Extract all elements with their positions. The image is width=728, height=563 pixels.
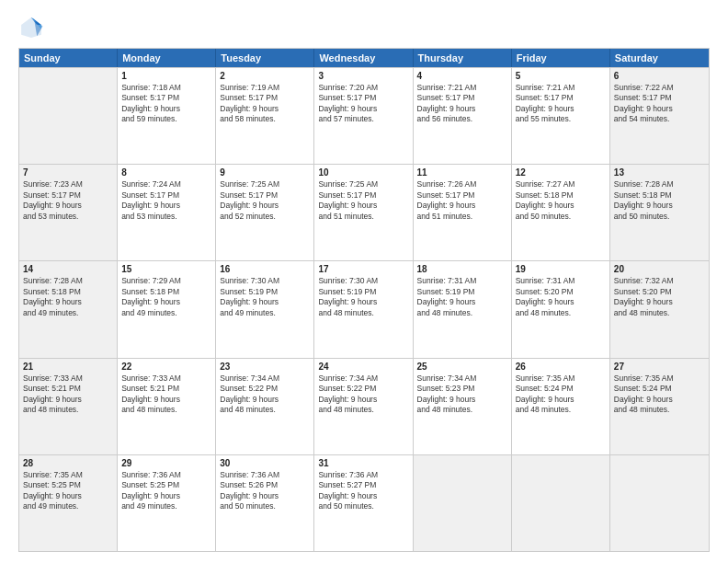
cell-line: Daylight: 9 hours	[417, 104, 507, 114]
cell-line: and 56 minutes.	[417, 114, 507, 124]
cal-header-cell-monday: Monday	[118, 49, 216, 67]
cell-line: and 57 minutes.	[318, 114, 408, 124]
cal-cell-day-26: 26Sunrise: 7:35 AMSunset: 5:24 PMDayligh…	[512, 359, 610, 454]
cell-line: Sunset: 5:26 PM	[220, 480, 310, 490]
cell-line: Daylight: 9 hours	[614, 201, 705, 211]
cell-line: Daylight: 9 hours	[417, 395, 507, 405]
cal-cell-day-4: 4Sunrise: 7:21 AMSunset: 5:17 PMDaylight…	[414, 68, 512, 164]
logo	[18, 15, 48, 40]
day-number: 15	[121, 264, 211, 274]
cal-cell-day-10: 10Sunrise: 7:25 AMSunset: 5:17 PMDayligh…	[314, 165, 413, 260]
cal-header-cell-sunday: Sunday	[19, 49, 118, 67]
cell-line: Sunset: 5:24 PM	[614, 384, 705, 394]
cell-line: Daylight: 9 hours	[220, 491, 310, 501]
cal-cell-day-30: 30Sunrise: 7:36 AMSunset: 5:26 PMDayligh…	[216, 455, 314, 551]
day-number: 8	[121, 167, 211, 178]
cell-line: Daylight: 9 hours	[121, 201, 211, 211]
cal-cell-empty	[610, 455, 709, 551]
cell-line: Sunset: 5:17 PM	[23, 190, 113, 201]
cell-line: Sunset: 5:17 PM	[220, 190, 310, 201]
day-number: 29	[121, 458, 211, 468]
cell-line: Sunset: 5:20 PM	[516, 287, 606, 297]
cell-line: Daylight: 9 hours	[516, 201, 606, 211]
cell-line: Sunset: 5:18 PM	[516, 190, 606, 201]
cell-line: and 48 minutes.	[417, 405, 507, 415]
day-number: 22	[121, 362, 211, 372]
cal-cell-empty	[512, 455, 610, 551]
cell-line: Sunrise: 7:30 AM	[318, 276, 408, 286]
cal-cell-day-29: 29Sunrise: 7:36 AMSunset: 5:25 PMDayligh…	[118, 455, 216, 551]
day-number: 30	[220, 458, 310, 468]
cal-header-cell-tuesday: Tuesday	[216, 49, 314, 67]
cal-cell-day-5: 5Sunrise: 7:21 AMSunset: 5:17 PMDaylight…	[512, 68, 610, 164]
cell-line: and 49 minutes.	[121, 308, 211, 318]
cell-line: and 50 minutes.	[318, 501, 408, 511]
cell-line: Daylight: 9 hours	[417, 297, 507, 307]
cal-header-cell-wednesday: Wednesday	[314, 49, 413, 67]
cell-line: and 51 minutes.	[318, 212, 408, 222]
cell-line: Sunrise: 7:36 AM	[318, 470, 408, 480]
cell-line: Daylight: 9 hours	[23, 297, 113, 307]
cell-line: Sunrise: 7:19 AM	[220, 83, 310, 93]
day-number: 5	[516, 71, 606, 81]
cell-line: Sunset: 5:17 PM	[516, 93, 606, 103]
cal-cell-empty	[19, 68, 118, 164]
day-number: 2	[220, 71, 310, 81]
cell-line: Daylight: 9 hours	[121, 104, 211, 114]
cell-line: and 48 minutes.	[318, 308, 408, 318]
cal-cell-day-2: 2Sunrise: 7:19 AMSunset: 5:17 PMDaylight…	[216, 68, 314, 164]
day-number: 4	[417, 71, 507, 81]
cell-line: Sunrise: 7:32 AM	[614, 276, 705, 286]
cell-line: Sunset: 5:20 PM	[614, 287, 705, 297]
cal-week-4: 21Sunrise: 7:33 AMSunset: 5:21 PMDayligh…	[19, 358, 709, 454]
cell-line: and 49 minutes.	[220, 308, 310, 318]
day-number: 27	[614, 362, 705, 372]
cell-line: and 49 minutes.	[23, 501, 113, 511]
cal-cell-day-6: 6Sunrise: 7:22 AMSunset: 5:17 PMDaylight…	[610, 68, 709, 164]
cell-line: Sunrise: 7:21 AM	[516, 83, 606, 93]
cell-line: Sunset: 5:17 PM	[121, 93, 211, 103]
cell-line: Sunrise: 7:20 AM	[318, 83, 408, 93]
cell-line: Daylight: 9 hours	[614, 297, 705, 307]
day-number: 7	[23, 167, 113, 178]
cal-cell-day-17: 17Sunrise: 7:30 AMSunset: 5:19 PMDayligh…	[314, 261, 413, 357]
cell-line: Daylight: 9 hours	[23, 491, 113, 501]
cell-line: Sunset: 5:25 PM	[23, 480, 113, 490]
cell-line: Sunset: 5:25 PM	[121, 480, 211, 490]
cell-line: Daylight: 9 hours	[23, 395, 113, 405]
cell-line: Daylight: 9 hours	[318, 201, 408, 211]
cell-line: Daylight: 9 hours	[516, 395, 606, 405]
cell-line: Sunrise: 7:34 AM	[220, 373, 310, 384]
cell-line: and 53 minutes.	[121, 212, 211, 222]
cal-week-3: 14Sunrise: 7:28 AMSunset: 5:18 PMDayligh…	[19, 260, 709, 357]
cell-line: Daylight: 9 hours	[318, 297, 408, 307]
cell-line: Sunset: 5:17 PM	[220, 93, 310, 103]
cell-line: Sunrise: 7:31 AM	[516, 276, 606, 286]
day-number: 3	[318, 71, 408, 81]
cal-cell-day-13: 13Sunrise: 7:28 AMSunset: 5:18 PMDayligh…	[610, 165, 709, 260]
cell-line: Sunrise: 7:33 AM	[121, 373, 211, 384]
cell-line: Sunset: 5:17 PM	[318, 93, 408, 103]
cell-line: and 48 minutes.	[220, 405, 310, 415]
cal-cell-day-8: 8Sunrise: 7:24 AMSunset: 5:17 PMDaylight…	[118, 165, 216, 260]
cell-line: Sunset: 5:18 PM	[121, 287, 211, 297]
cell-line: Sunrise: 7:35 AM	[23, 470, 113, 480]
cell-line: Sunset: 5:17 PM	[614, 93, 705, 103]
day-number: 11	[417, 167, 507, 178]
cell-line: Sunset: 5:23 PM	[417, 384, 507, 394]
cell-line: Sunset: 5:18 PM	[23, 287, 113, 297]
cell-line: and 48 minutes.	[614, 308, 705, 318]
cal-cell-day-16: 16Sunrise: 7:30 AMSunset: 5:19 PMDayligh…	[216, 261, 314, 357]
cal-cell-day-24: 24Sunrise: 7:34 AMSunset: 5:22 PMDayligh…	[314, 359, 413, 454]
cell-line: Sunset: 5:19 PM	[417, 287, 507, 297]
cal-cell-day-27: 27Sunrise: 7:35 AMSunset: 5:24 PMDayligh…	[610, 359, 709, 454]
cell-line: Sunset: 5:17 PM	[417, 93, 507, 103]
day-number: 24	[318, 362, 408, 372]
cell-line: Sunrise: 7:21 AM	[417, 83, 507, 93]
cal-week-5: 28Sunrise: 7:35 AMSunset: 5:25 PMDayligh…	[19, 454, 709, 551]
cell-line: and 48 minutes.	[417, 308, 507, 318]
cell-line: Sunset: 5:17 PM	[417, 190, 507, 201]
cell-line: Sunset: 5:27 PM	[318, 480, 408, 490]
cell-line: Daylight: 9 hours	[318, 491, 408, 501]
day-number: 10	[318, 167, 408, 178]
